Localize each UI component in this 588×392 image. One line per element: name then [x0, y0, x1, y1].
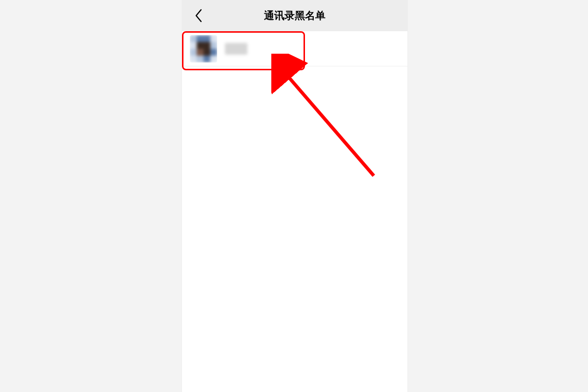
- phone-screen: 通讯录黑名单: [182, 0, 407, 392]
- blacklist: [182, 31, 407, 66]
- chevron-left-icon: [194, 8, 203, 23]
- contact-row[interactable]: [182, 31, 407, 66]
- avatar: [190, 35, 217, 62]
- back-button[interactable]: [187, 0, 210, 31]
- contact-name: [225, 43, 247, 55]
- header-bar: 通讯录黑名单: [182, 0, 407, 31]
- page-title: 通讯录黑名单: [182, 9, 407, 22]
